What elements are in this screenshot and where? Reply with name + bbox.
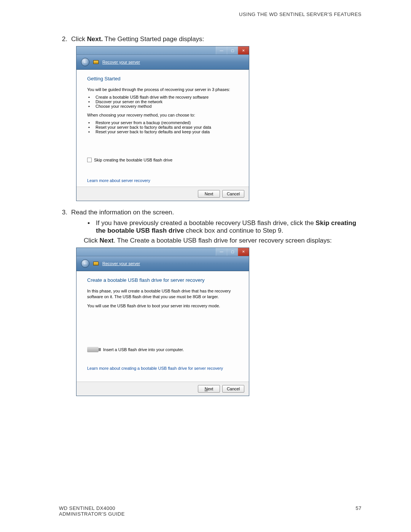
t: If you have previously created a bootabl… <box>96 219 315 227</box>
list-item: Discover your server on the network <box>96 99 162 104</box>
list-item: Restore your server from a backup (recom… <box>96 120 191 125</box>
bold-next: Next <box>100 237 114 244</box>
t: . The Create a bootable USB flash drive … <box>113 237 331 244</box>
step-3-detail: ▪ If you have previously created a boota… <box>84 219 362 244</box>
window-titlebar: — ▢ ✕ <box>76 46 249 55</box>
maximize-button[interactable]: ▢ <box>227 248 238 256</box>
list-item: Reset your server back to factory defaul… <box>96 129 210 134</box>
usb-drive-icon <box>87 347 99 352</box>
next-button[interactable]: Next <box>198 385 220 393</box>
bullet-text: If you have previously created a bootabl… <box>96 219 362 235</box>
page-footer: WD SENTINEL DX4000 ADMINISTRATOR'S GUIDE… <box>59 505 362 517</box>
wizard-body: Create a bootable USB flash drive for se… <box>76 271 249 382</box>
footer-product: WD SENTINEL DX4000 <box>59 505 125 511</box>
wizard-breadcrumb: Recover your server <box>102 261 140 266</box>
page-section-header: USING THE WD SENTINEL SERVER'S FEATURES <box>59 11 362 17</box>
phase-list: •Create a bootable USB flash drive with … <box>87 95 238 109</box>
choose-intro: When choosing your recovery method, you … <box>87 112 238 118</box>
t: Click <box>71 35 87 43</box>
footer-guide: ADMINISTRATOR'S GUIDE <box>59 511 125 517</box>
intro-text: You will be guided through the process o… <box>87 87 238 93</box>
next-button[interactable]: Next <box>198 190 220 198</box>
wizard-getting-started: — ▢ ✕ ← Recover your server Getting Star… <box>76 46 249 201</box>
step-text: Read the information on the screen. <box>71 209 362 216</box>
flag-icon <box>93 60 99 64</box>
t: The Getting Started page displays: <box>103 35 204 43</box>
bold-next: Next. <box>87 35 103 43</box>
step-text: Click Next. The Getting Started page dis… <box>71 35 362 43</box>
minimize-button[interactable]: — <box>216 248 227 256</box>
wizard-heading: Create a bootable USB flash drive for se… <box>87 277 238 283</box>
t: check box and continue to Step 9. <box>184 227 283 234</box>
insert-text: Insert a USB flash drive into your compu… <box>103 347 184 352</box>
choose-list: •Restore your server from a backup (reco… <box>87 120 238 134</box>
step-3: 3. Read the information on the screen. <box>59 209 362 216</box>
window-titlebar: — ▢ ✕ <box>76 248 249 256</box>
wizard-p2: You will use the USB flash drive to boot… <box>87 303 238 309</box>
minimize-button[interactable]: — <box>216 46 227 54</box>
insert-usb-row: Insert a USB flash drive into your compu… <box>87 347 238 352</box>
wizard-breadcrumb: Recover your server <box>102 60 140 64</box>
wizard-p1: In this phase, you will create a bootabl… <box>87 288 238 300</box>
wizard-header: ← Recover your server <box>76 55 249 70</box>
skip-label: Skip creating the bootable USB flash dri… <box>94 158 172 162</box>
list-item: Create a bootable USB flash drive with t… <box>96 95 209 99</box>
wizard-create-usb: — ▢ ✕ ← Recover your server Create a boo… <box>76 248 249 396</box>
wizard-footer: Next Cancel <box>76 187 249 201</box>
cancel-button[interactable]: Cancel <box>222 190 244 198</box>
maximize-button[interactable]: ▢ <box>227 46 238 54</box>
back-button[interactable]: ← <box>81 259 89 268</box>
wizard-body: Getting Started You will be guided throu… <box>76 70 249 187</box>
back-button[interactable]: ← <box>81 58 89 66</box>
close-button[interactable]: ✕ <box>238 248 249 256</box>
list-item: Reset your server back to factory defaul… <box>96 125 211 129</box>
page-number: 57 <box>356 505 362 517</box>
step-number: 3. <box>59 209 67 216</box>
cancel-button[interactable]: Cancel <box>222 385 244 393</box>
step-2: 2. Click Next. The Getting Started page … <box>59 35 362 43</box>
bullet-icon: ▪ <box>88 219 91 235</box>
skip-checkbox[interactable] <box>87 158 92 162</box>
learn-more-link[interactable]: Learn more about server recovery <box>87 178 150 183</box>
close-button[interactable]: ✕ <box>238 46 249 54</box>
wizard-heading: Getting Started <box>87 76 238 81</box>
wizard-footer: Next Cancel <box>76 382 249 396</box>
step-number: 2. <box>59 35 67 43</box>
flag-icon <box>93 262 99 265</box>
list-item: Choose your recovery method <box>96 104 151 109</box>
skip-checkbox-row[interactable]: Skip creating the bootable USB flash dri… <box>87 158 238 162</box>
wizard-header: ← Recover your server <box>76 256 249 271</box>
t: Click <box>84 237 100 244</box>
learn-more-link[interactable]: Learn more about creating a bootable USB… <box>87 366 223 371</box>
